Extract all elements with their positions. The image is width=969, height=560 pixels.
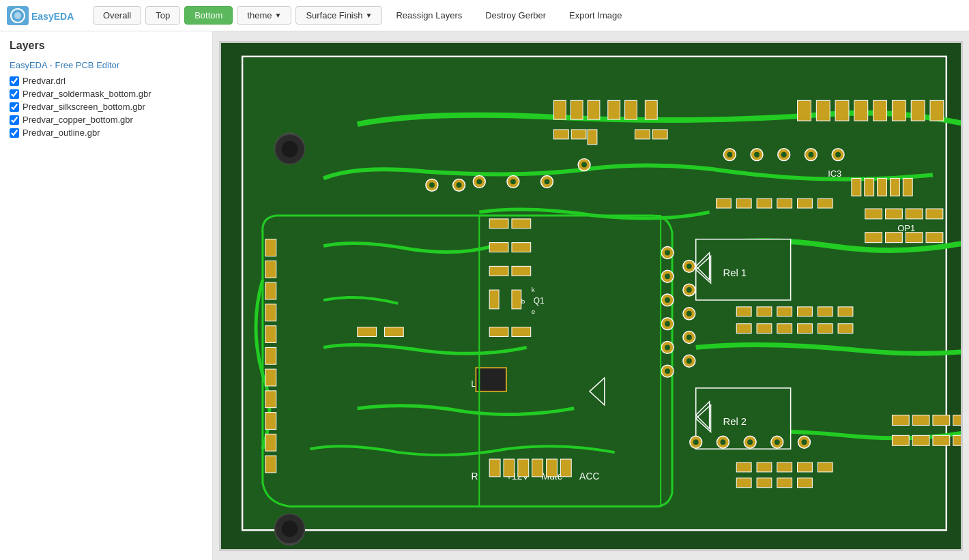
theme-label: theme <box>247 10 272 20</box>
svg-rect-150 <box>489 327 508 336</box>
svg-rect-67 <box>777 198 792 208</box>
theme-caret-icon: ▼ <box>274 12 281 19</box>
surface-finish-dropdown[interactable]: Surface Finish ▼ <box>295 6 382 25</box>
svg-rect-15 <box>625 100 637 119</box>
svg-rect-66 <box>757 198 772 208</box>
svg-rect-146 <box>489 266 508 276</box>
pcb-canvas[interactable]: IC3 IC1 IC2 <box>219 41 963 551</box>
svg-point-99 <box>686 358 692 364</box>
svg-rect-51 <box>912 435 929 445</box>
easyeda-link[interactable]: EasyEDA - Free PCB Editor <box>10 60 203 70</box>
layer-checkbox-silkscreen-bottom[interactable] <box>10 102 19 112</box>
svg-rect-190 <box>736 477 751 487</box>
surface-finish-label: Surface Finish <box>306 10 362 20</box>
svg-text:EasyEDA: EasyEDA <box>31 11 74 22</box>
bottom-button[interactable]: Bottom <box>184 6 233 25</box>
svg-point-95 <box>686 310 692 316</box>
svg-point-119 <box>835 151 841 157</box>
svg-rect-180 <box>757 323 772 333</box>
layer-item-silkscreen-bottom: Predvar_silkscreen_bottom.gbr <box>10 102 203 112</box>
svg-rect-16 <box>645 100 657 119</box>
svg-rect-58 <box>476 368 506 392</box>
svg-rect-20 <box>854 100 868 121</box>
svg-rect-157 <box>532 459 543 477</box>
layer-label-soldermask-bottom: Predvar_soldermask_bottom.gbr <box>23 89 151 99</box>
svg-rect-174 <box>757 306 772 316</box>
layer-checkbox-soldermask-bottom[interactable] <box>10 89 19 99</box>
svg-point-91 <box>686 263 692 269</box>
svg-rect-121 <box>265 261 276 278</box>
svg-point-85 <box>665 321 670 326</box>
top-button[interactable]: Top <box>145 6 180 25</box>
svg-point-101 <box>693 439 699 445</box>
svg-rect-50 <box>892 435 909 445</box>
svg-rect-48 <box>933 415 950 425</box>
svg-rect-168 <box>852 178 861 196</box>
overall-button[interactable]: Overall <box>93 6 141 25</box>
layer-checkbox-outline[interactable] <box>10 128 19 138</box>
svg-rect-148 <box>489 290 499 309</box>
export-image-button[interactable]: Export Image <box>560 7 631 24</box>
svg-rect-155 <box>504 459 515 477</box>
layer-checkbox-copper-bottom[interactable] <box>10 115 19 125</box>
logo-area[interactable]: EasyEDA <box>5 3 81 28</box>
svg-rect-152 <box>358 327 377 336</box>
r-label: R <box>471 470 478 481</box>
svg-point-167 <box>457 182 462 188</box>
svg-rect-183 <box>818 323 833 333</box>
svg-rect-178 <box>838 306 853 316</box>
reassign-layers-button[interactable]: Reassign Layers <box>386 7 472 24</box>
layer-item-soldermask-bottom: Predvar_soldermask_bottom.gbr <box>10 89 203 99</box>
layer-label-copper-bottom: Predvar_copper_bottom.gbr <box>23 115 133 125</box>
layer-item-copper-bottom: Predvar_copper_bottom.gbr <box>10 115 203 125</box>
svg-rect-39 <box>886 209 903 219</box>
svg-rect-17 <box>798 100 811 121</box>
svg-point-79 <box>665 250 670 255</box>
svg-point-77 <box>581 162 587 167</box>
svg-rect-176 <box>798 306 813 316</box>
svg-rect-169 <box>865 178 874 196</box>
svg-rect-185 <box>736 462 751 472</box>
q1-e-label: e <box>532 307 536 314</box>
rel1-label: Rel 1 <box>723 267 747 278</box>
layer-checkbox-drl[interactable] <box>10 76 19 86</box>
svg-rect-188 <box>798 462 813 472</box>
svg-rect-184 <box>838 323 853 333</box>
svg-rect-52 <box>933 435 950 445</box>
svg-rect-14 <box>608 100 620 119</box>
svg-point-205 <box>282 141 298 157</box>
pcb-area: IC3 IC1 IC2 <box>213 31 969 560</box>
svg-rect-40 <box>906 209 923 219</box>
svg-rect-21 <box>873 100 887 121</box>
svg-rect-124 <box>265 325 276 342</box>
destroy-gerber-button[interactable]: Destroy Gerber <box>476 7 555 24</box>
q1-b-label: b <box>521 297 525 304</box>
svg-rect-43 <box>886 232 903 242</box>
svg-point-75 <box>545 179 550 184</box>
svg-rect-69 <box>818 198 833 208</box>
layer-label-drl: Predvar.drl <box>23 76 66 86</box>
sidebar: Layers EasyEDA - Free PCB Editor Predvar… <box>0 31 213 560</box>
svg-point-107 <box>775 439 780 445</box>
svg-rect-192 <box>777 477 792 487</box>
svg-rect-144 <box>489 242 508 252</box>
theme-dropdown[interactable]: theme ▼ <box>237 6 291 25</box>
svg-point-71 <box>476 179 482 184</box>
svg-rect-129 <box>265 434 276 451</box>
svg-rect-49 <box>953 415 961 425</box>
svg-rect-142 <box>489 218 508 228</box>
svg-rect-145 <box>512 242 531 252</box>
svg-rect-23 <box>911 100 925 121</box>
svg-rect-42 <box>865 232 882 242</box>
rel2-label: Rel 2 <box>723 416 747 427</box>
svg-rect-38 <box>865 209 882 219</box>
svg-point-103 <box>720 439 725 445</box>
svg-rect-130 <box>265 456 276 473</box>
svg-rect-153 <box>384 327 403 336</box>
svg-rect-128 <box>265 412 276 429</box>
q1-label: Q1 <box>534 295 545 305</box>
svg-rect-172 <box>903 178 912 196</box>
acc-label: ACC <box>579 470 599 481</box>
svg-point-115 <box>781 151 787 157</box>
svg-rect-149 <box>512 290 521 309</box>
